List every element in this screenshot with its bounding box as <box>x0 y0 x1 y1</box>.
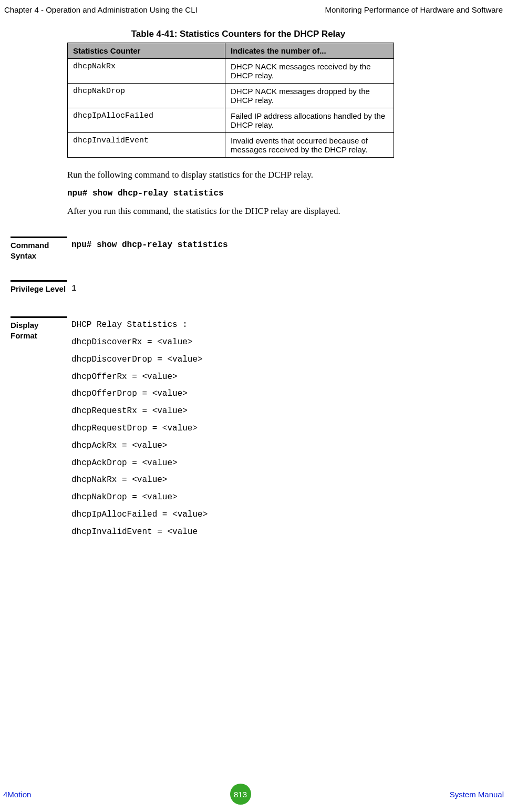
desc-cell: Failed IP address allocations handled by… <box>225 108 394 133</box>
section-command-syntax: Command Syntax npu# show dhcp-relay stat… <box>67 237 472 262</box>
desc-cell: DHCP NACK messages dropped by the DHCP r… <box>225 84 394 108</box>
col-header-counter: Statistics Counter <box>68 43 225 59</box>
section-body: 1 <box>67 280 77 297</box>
display-line: dhcpNakDrop = <value> <box>71 489 208 506</box>
counter-cell: dhcpNakDrop <box>68 84 225 108</box>
table-row: dhcpIpAllocFailed Failed IP address allo… <box>68 108 394 133</box>
running-header: Chapter 4 - Operation and Administration… <box>3 5 504 29</box>
page: Chapter 4 - Operation and Administration… <box>0 0 507 812</box>
display-line: dhcpAckDrop = <value> <box>71 455 208 472</box>
display-line: dhcpIpAllocFailed = <value> <box>71 506 208 523</box>
paragraph: Run the following command to display sta… <box>67 169 472 181</box>
section-body: npu# show dhcp-relay statistics <box>67 237 228 262</box>
table-row: dhcpNakDrop DHCP NACK messages dropped b… <box>68 84 394 108</box>
command-line: npu# show dhcp-relay statistics <box>67 189 472 198</box>
table-caption: Table 4-41: Statistics Counters for the … <box>67 29 472 39</box>
table-header-row: Statistics Counter Indicates the number … <box>68 43 394 59</box>
display-line: dhcpDiscoverDrop = <value> <box>71 351 208 368</box>
counter-cell: dhcpInvalidEvent <box>68 133 225 158</box>
display-line: dhcpInvalidEvent = <value <box>71 523 208 541</box>
col-header-desc: Indicates the number of... <box>225 43 394 59</box>
display-line: DHCP Relay Statistics : <box>71 316 208 334</box>
display-line: dhcpRequestRx = <value> <box>71 403 208 420</box>
counter-cell: dhcpNakRx <box>68 59 225 84</box>
section-body: DHCP Relay Statistics : dhcpDiscoverRx =… <box>67 316 208 540</box>
paragraph: After you run this command, the statisti… <box>67 205 472 218</box>
counter-cell: dhcpIpAllocFailed <box>68 108 225 133</box>
section-label: Privilege Level <box>11 280 67 297</box>
page-footer: 4Motion 813 System Manual <box>3 784 504 805</box>
section-label: Display Format <box>11 316 67 540</box>
desc-cell: DHCP NACK messages received by the DHCP … <box>225 59 394 84</box>
section-label: Command Syntax <box>11 237 67 262</box>
display-line: dhcpOfferDrop = <value> <box>71 385 208 403</box>
footer-right: System Manual <box>450 790 504 799</box>
header-left: Chapter 4 - Operation and Administration… <box>4 5 198 14</box>
display-line: dhcpNakRx = <value> <box>71 471 208 489</box>
section-display-format: Display Format DHCP Relay Statistics : d… <box>67 316 472 540</box>
section-privilege-level: Privilege Level 1 <box>67 280 472 297</box>
desc-cell: Invalid events that occurred because of … <box>225 133 394 158</box>
display-line: dhcpDiscoverRx = <value> <box>71 334 208 351</box>
table-row: dhcpInvalidEvent Invalid events that occ… <box>68 133 394 158</box>
table-row: dhcpNakRx DHCP NACK messages received by… <box>68 59 394 84</box>
display-line: dhcpOfferRx = <value> <box>71 368 208 386</box>
page-number: 813 <box>230 784 251 805</box>
content: Table 4-41: Statistics Counters for the … <box>3 29 504 541</box>
footer-left: 4Motion <box>3 790 31 799</box>
stats-table: Statistics Counter Indicates the number … <box>67 43 394 158</box>
header-right: Monitoring Performance of Hardware and S… <box>325 5 503 14</box>
display-line: dhcpAckRx = <value> <box>71 437 208 455</box>
display-line: dhcpRequestDrop = <value> <box>71 420 208 437</box>
